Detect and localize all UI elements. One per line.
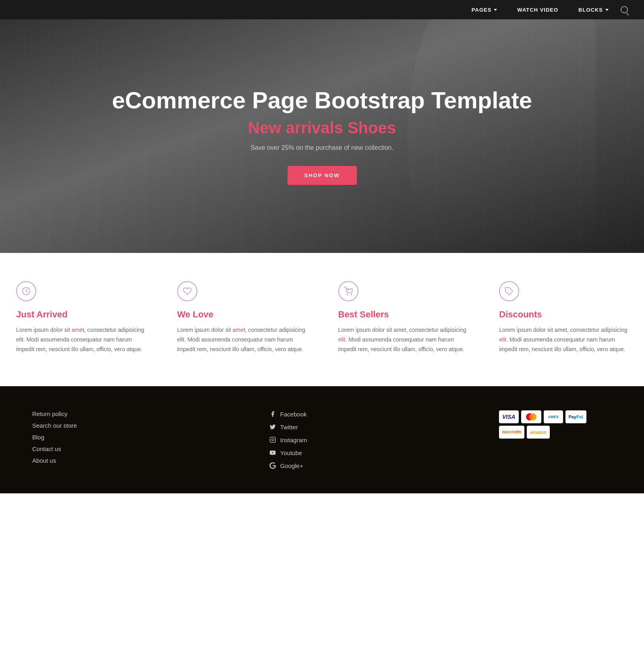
best-sellers-link[interactable]: elit xyxy=(338,336,346,343)
nav-watch-video[interactable]: WATCH VIDEO xyxy=(509,7,566,13)
best-sellers-title: Best Sellers xyxy=(338,309,467,320)
best-sellers-text: Lorem ipsum dolor sit amet, consectetur … xyxy=(338,325,467,354)
payment-mastercard xyxy=(521,410,541,423)
svg-point-2 xyxy=(351,294,352,295)
discounts-title: Discounts xyxy=(499,309,628,320)
discounts-link[interactable]: elit xyxy=(499,336,506,343)
navbar: PAGES WATCH VIDEO BLOCKS xyxy=(0,0,644,19)
footer: Return policy Search our store Blog Cont… xyxy=(0,386,644,493)
caret-icon xyxy=(605,9,609,11)
payment-discover: DISCOVER xyxy=(499,426,524,439)
payment-amex: AMEX xyxy=(544,410,563,423)
discounts-text: Lorem ipsum dolor sit amet, consectetur … xyxy=(499,325,628,354)
footer-link-search-store[interactable]: Search our store xyxy=(32,422,77,429)
payment-paypal: PayPal xyxy=(565,410,586,423)
social-twitter[interactable]: Twitter xyxy=(269,423,307,431)
just-arrived-icon xyxy=(16,281,36,301)
hero-subtitle: New arrivals Shoes xyxy=(112,119,532,137)
hero-description: Save over 25% on the purchase of new col… xyxy=(112,144,532,151)
twitter-icon xyxy=(269,423,276,431)
just-arrived-text: Lorem ipsum dolor sit amet, consectetur … xyxy=(16,325,145,354)
nav-blocks[interactable]: BLOCKS xyxy=(570,7,617,13)
shop-now-button[interactable]: SHOP NOW xyxy=(288,166,357,185)
payment-amazon: amazon xyxy=(527,426,550,439)
youtube-icon xyxy=(269,449,276,456)
instagram-icon xyxy=(269,436,276,443)
footer-links-column: Return policy Search our store Blog Cont… xyxy=(32,410,77,464)
we-love-icon xyxy=(177,281,197,301)
svg-rect-6 xyxy=(270,437,275,443)
social-googleplus[interactable]: Google+ xyxy=(269,462,307,469)
footer-social-column: Facebook Twitter Instagram xyxy=(269,410,307,469)
we-love-link[interactable]: amet xyxy=(232,327,245,333)
googleplus-icon xyxy=(269,462,276,469)
footer-link-about[interactable]: About us xyxy=(32,457,77,464)
nav-pages[interactable]: PAGES xyxy=(464,7,505,13)
just-arrived-link[interactable]: amet xyxy=(72,327,84,333)
facebook-icon xyxy=(269,410,276,418)
svg-point-1 xyxy=(347,294,348,295)
search-icon[interactable] xyxy=(621,6,628,13)
features-section: Just Arrived Lorem ipsum dolor sit amet,… xyxy=(0,253,644,386)
footer-link-return-policy[interactable]: Return policy xyxy=(32,410,77,417)
just-arrived-title: Just Arrived xyxy=(16,309,145,320)
payment-visa: VISA xyxy=(499,410,519,423)
feature-discounts: Discounts Lorem ipsum dolor sit amet, co… xyxy=(483,281,644,354)
caret-icon xyxy=(494,9,497,11)
discounts-icon xyxy=(499,281,519,301)
feature-we-love: We Love Lorem ipsum dolor sit amet, cons… xyxy=(161,281,322,354)
social-facebook[interactable]: Facebook xyxy=(269,410,307,418)
feature-just-arrived: Just Arrived Lorem ipsum dolor sit amet,… xyxy=(0,281,161,354)
footer-link-blog[interactable]: Blog xyxy=(32,434,77,441)
hero-title: eCommerce Page Bootstrap Template xyxy=(112,87,532,113)
hero-section: eCommerce Page Bootstrap Template New ar… xyxy=(0,19,644,253)
feature-best-sellers: Best Sellers Lorem ipsum dolor sit amet,… xyxy=(322,281,483,354)
social-youtube[interactable]: Youtube xyxy=(269,449,307,456)
best-sellers-icon xyxy=(338,281,358,301)
hero-content: eCommerce Page Bootstrap Template New ar… xyxy=(80,87,564,185)
we-love-title: We Love xyxy=(177,309,306,320)
payment-methods: VISA AMEX PayPal DISCOVER amazon xyxy=(499,410,612,439)
footer-link-contact[interactable]: Contact us xyxy=(32,445,77,452)
we-love-text: Lorem ipsum dolor sit amet, consectetur … xyxy=(177,325,306,354)
social-instagram[interactable]: Instagram xyxy=(269,436,307,443)
